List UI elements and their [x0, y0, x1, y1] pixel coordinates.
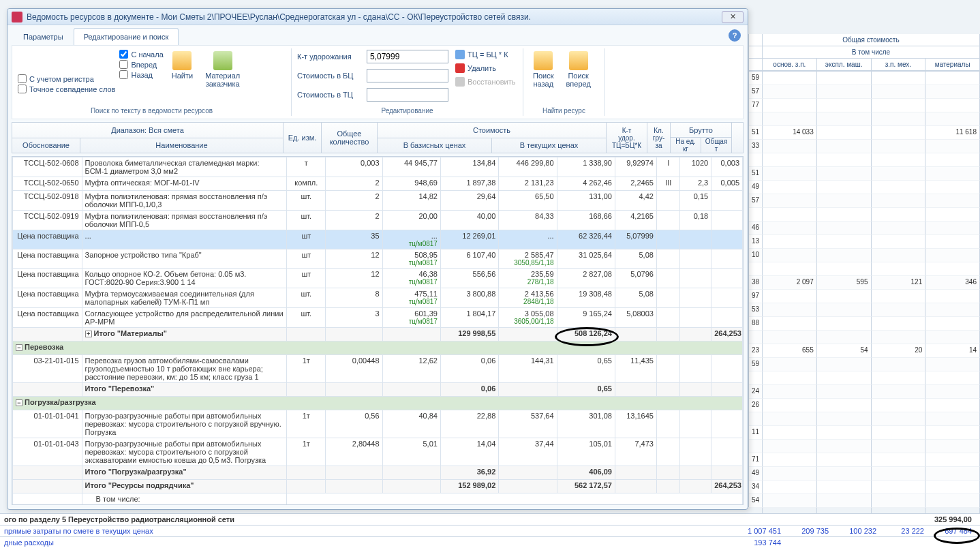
table-row[interactable]: 01-01-01-041Погрузо-разгрузочные работы … — [13, 410, 743, 438]
rp-row: 49 — [749, 467, 980, 481]
search-back-button[interactable]: Поиск назад — [529, 50, 557, 89]
rp-row: 71 — [749, 453, 980, 467]
rp-row: 53 — [749, 303, 980, 317]
expand-icon[interactable]: + — [85, 331, 92, 337]
search-fwd-button[interactable]: Поиск вперед — [562, 50, 594, 89]
rp-row — [749, 153, 980, 167]
binoculars-icon — [172, 51, 192, 70]
table-row[interactable]: 03-21-01-015Перевозка грузов автомобилям… — [13, 355, 743, 383]
rp-subtitle: В том числе — [763, 46, 980, 59]
table-row[interactable]: ТССЦ-502-0918Муфта полиэтиленовая: пряма… — [13, 191, 743, 211]
rp-row: 23655542014 — [749, 344, 980, 358]
rp-col-2: з.п. мех. — [872, 59, 926, 71]
cost-summary-panel: Общая стоимость В том числе основ. з.п. … — [748, 34, 980, 507]
table-row[interactable]: Цена поставщика...шт35...тц/м081712 269,… — [13, 230, 743, 249]
calc-icon — [455, 50, 465, 59]
chk-forward[interactable]: Вперед — [119, 60, 163, 69]
rp-row: 10 — [749, 249, 980, 262]
rp-row — [749, 371, 980, 385]
binoculars-back-icon — [534, 51, 553, 70]
rp-row: 34 — [749, 481, 980, 494]
rp-row: 59 — [749, 358, 980, 371]
chk-register[interactable]: С учетом регистра — [18, 74, 115, 83]
table-row[interactable]: −Перевозка — [13, 341, 743, 355]
table-row[interactable]: ТССЦ-502-0650Муфта оптическая: МОГ-М-01-… — [13, 177, 743, 191]
help-icon[interactable]: ? — [729, 29, 741, 42]
rp-row: 54 — [749, 494, 980, 508]
table-row[interactable]: −Погрузка/разгрузка — [13, 397, 743, 410]
table-row[interactable]: Цена поставщикаЗапорное устройство типа … — [13, 249, 743, 269]
range-header[interactable]: Диапазон: Вся смета — [12, 123, 284, 138]
rp-row — [749, 112, 980, 126]
footer-sect-val: 325 994,00 — [894, 515, 976, 523]
group-search-label: Поиск по тексту в ведомости ресурсов — [18, 107, 286, 115]
titlebar[interactable]: Ведомость ресурсов в документе - Мои Сме… — [7, 9, 748, 25]
footer-overhead-label: дные расходы — [4, 538, 737, 547]
rp-row — [749, 262, 980, 276]
rp-row — [749, 440, 980, 453]
rp-row: 77 — [749, 99, 980, 112]
rp-row: 26 — [749, 399, 980, 412]
rp-row: 57 — [749, 85, 980, 99]
cost-cur-input[interactable] — [367, 88, 448, 102]
rp-col-0: основ. з.п. — [763, 59, 817, 71]
grid-header: Диапазон: Вся смета Обоснование Наименов… — [12, 122, 744, 153]
cost-base-input[interactable] — [367, 69, 448, 82]
chk-back[interactable]: Назад — [119, 70, 163, 79]
rp-row — [749, 208, 980, 222]
rp-col-1: экспл. маш. — [817, 59, 872, 71]
table-row[interactable]: В том числе: — [13, 493, 743, 506]
rp-row: 46 — [749, 222, 980, 235]
rp-row: 11 — [749, 426, 980, 440]
rp-row: 33 — [749, 140, 980, 153]
footer-direct-label: прямые затраты по смете в текущих ценах — [4, 527, 737, 535]
tab-params[interactable]: Параметры — [13, 28, 74, 45]
footer: ого по разделу 5 Переустройство радиотра… — [0, 513, 980, 548]
restore-btn: Восстановить — [455, 77, 515, 87]
table-row[interactable]: ТССЦ-502-0608Проволока биметаллическая с… — [13, 157, 743, 177]
app-icon — [12, 12, 22, 22]
find-button[interactable]: Найти — [168, 50, 197, 81]
close-button[interactable]: ✕ — [722, 11, 744, 23]
collapse-icon[interactable]: − — [16, 344, 22, 351]
table-row[interactable]: Цена поставщикаМуфта термоусаживаемая со… — [13, 288, 743, 308]
rp-row: 59 — [749, 72, 980, 85]
table-row[interactable]: +Итого "Погрузка/разгрузка"36,92406,09 — [13, 466, 743, 480]
rp-col-3: материалы — [925, 59, 980, 71]
ribbon: С учетом регистра Точное совпадение слов… — [12, 45, 744, 119]
kt-input[interactable] — [367, 50, 448, 63]
restore-icon — [455, 77, 465, 87]
workspace: Общая стоимость В том числе основ. з.п. … — [0, 0, 980, 548]
window-title: Ведомость ресурсов в документе - Мои Сме… — [27, 12, 722, 22]
ribbon-tabs: Параметры Редактирование и поиск — [7, 25, 748, 45]
table-row[interactable]: +Итого "Ресурсы подрядчика"152 989,02562… — [13, 480, 743, 493]
rp-row — [749, 331, 980, 344]
rp-row: 49 — [749, 181, 980, 194]
tc-formula-btn[interactable]: ТЦ = БЦ * К — [455, 50, 515, 59]
table-row[interactable]: ТССЦ-502-0919Муфта полиэтиленовая: пряма… — [13, 211, 743, 230]
rp-row: 57 — [749, 194, 980, 208]
rp-row: 51 — [749, 167, 980, 181]
table-row[interactable]: Цена поставщикаКольцо опорное КО-2. Объе… — [13, 269, 743, 288]
table-row[interactable]: 01-01-01-043Погрузо-разгрузочные работы … — [13, 438, 743, 466]
rp-row: 24 — [749, 385, 980, 399]
resource-grid[interactable]: ТССЦ-502-0608Проволока биметаллическая с… — [12, 157, 743, 505]
rp-row — [749, 412, 980, 426]
table-row[interactable]: +Итого "Перевозка"0,060,65 — [13, 383, 743, 397]
rp-row: 5114 03311 618 — [749, 126, 980, 140]
table-row[interactable]: +Итого "Материалы"129 998,55508 126,2426… — [13, 328, 743, 341]
table-row[interactable]: Цена поставщикаСогласующее устройство дл… — [13, 308, 743, 328]
chk-exact[interactable]: Точное совпадение слов — [18, 85, 115, 93]
delete-btn[interactable]: Удалить — [455, 63, 515, 73]
material-button[interactable]: Материал заказчика — [201, 50, 244, 89]
collapse-icon[interactable]: − — [16, 399, 22, 406]
rp-row: 97 — [749, 290, 980, 303]
rp-row: 88 — [749, 317, 980, 331]
tab-edit[interactable]: Редактирование и поиск — [74, 28, 179, 45]
chk-from-start[interactable]: С начала — [119, 50, 163, 59]
box-icon — [213, 51, 232, 70]
grid-scroll[interactable]: ТССЦ-502-0608Проволока биметаллическая с… — [12, 156, 744, 505]
rp-row: 13 — [749, 235, 980, 249]
group-find-label: Найти ресурс — [529, 107, 599, 115]
delete-icon — [455, 63, 465, 73]
